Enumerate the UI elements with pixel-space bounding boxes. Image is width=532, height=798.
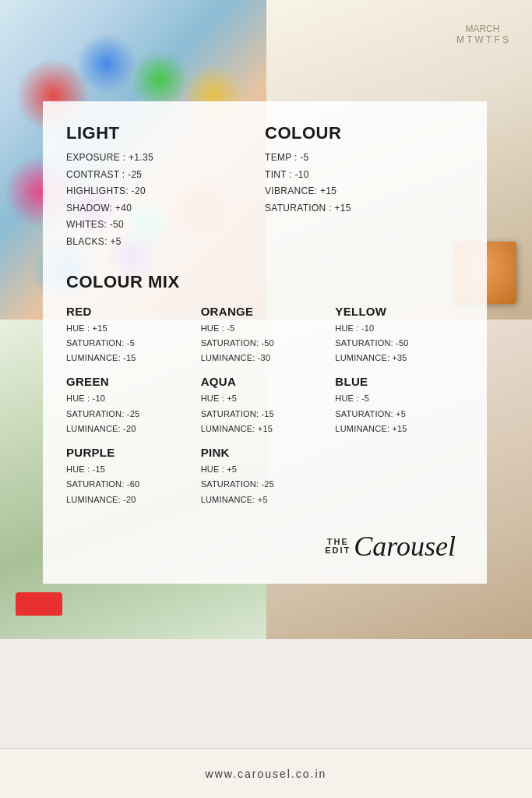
purple-title: PURPLE xyxy=(66,446,195,459)
yellow-settings: HUE : -10 SATURATION: -50 LUMINANCE: +35 xyxy=(335,321,463,366)
aqua-settings: HUE : +5 SATURATION: -15 LUMINANCE: +15 xyxy=(201,391,329,436)
light-blacks: BLACKS: +5 xyxy=(66,234,265,251)
color-yellow: YELLOW HUE : -10 SATURATION: -50 LUMINAN… xyxy=(335,305,463,366)
colour-title: COLOUR xyxy=(265,123,463,143)
orange-title: ORANGE xyxy=(201,305,329,318)
pink-settings: HUE : +5 SATURATION: -25 LUMINANCE: +5 xyxy=(201,462,329,507)
colour-tint: TINT : -10 xyxy=(265,167,463,184)
color-pink: PINK HUE : +5 SATURATION: -25 LUMINANCE:… xyxy=(201,446,329,507)
red-title: RED xyxy=(66,305,195,318)
yellow-title: YELLOW xyxy=(335,305,463,318)
light-section: LIGHT EXPOSURE : +1.35 CONTRAST : -25 HI… xyxy=(66,123,265,251)
green-title: GREEN xyxy=(66,375,195,388)
colour-vibrance: VIBRANCE: +15 xyxy=(265,183,463,200)
colour-mix-grid: RED HUE : +15 SATURATION: -5 LUMINANCE: … xyxy=(66,305,463,560)
red-settings: HUE : +15 SATURATION: -5 LUMINANCE: -15 xyxy=(66,321,195,366)
light-settings: EXPOSURE : +1.35 CONTRAST : -25 HIGHLIGH… xyxy=(66,150,265,251)
colour-settings: TEMP : -5 TINT : -10 VIBRANCE: +15 SATUR… xyxy=(265,150,463,217)
colour-mix-title: COLOUR MIX xyxy=(66,272,463,292)
aqua-title: AQUA xyxy=(201,375,329,388)
brand-carousel: Carousel xyxy=(354,532,456,560)
footer-url: www.carousel.co.in xyxy=(206,768,327,780)
color-blue: BLUE HUE : -5 SATURATION: +5 LUMINANCE: … xyxy=(335,375,463,436)
section-divider xyxy=(66,263,463,264)
colour-saturation: SATURATION : +15 xyxy=(265,200,463,217)
brand-edit: EDIT xyxy=(325,546,351,555)
footer: www.carousel.co.in xyxy=(0,748,532,798)
green-settings: HUE : -10 SATURATION: -25 LUMINANCE: -20 xyxy=(66,391,195,436)
orange-settings: HUE : -5 SATURATION: -50 LUMINANCE: -30 xyxy=(201,321,329,366)
color-orange: ORANGE HUE : -5 SATURATION: -50 LUMINANC… xyxy=(201,305,329,366)
colour-section: COLOUR TEMP : -5 TINT : -10 VIBRANCE: +1… xyxy=(265,123,463,251)
colour-temp: TEMP : -5 xyxy=(265,150,463,167)
light-highlights: HIGHLIGHTS: -20 xyxy=(66,183,265,200)
blue-settings: HUE : -5 SATURATION: +5 LUMINANCE: +15 xyxy=(335,391,463,436)
light-whites: WHITES: -50 xyxy=(66,217,265,234)
color-aqua: AQUA HUE : +5 SATURATION: -15 LUMINANCE:… xyxy=(201,375,329,436)
light-colour-grid: LIGHT EXPOSURE : +1.35 CONTRAST : -25 HI… xyxy=(66,123,463,305)
info-card: LIGHT EXPOSURE : +1.35 CONTRAST : -25 HI… xyxy=(43,101,487,584)
pink-title: PINK xyxy=(201,446,329,459)
purple-settings: HUE : -15 SATURATION: -60 LUMINANCE: -20 xyxy=(66,462,195,507)
light-exposure: EXPOSURE : +1.35 xyxy=(66,150,265,167)
light-contrast: CONTRAST : -25 xyxy=(66,167,265,184)
brand-section: THE EDIT Carousel xyxy=(66,532,463,560)
blue-title: BLUE xyxy=(335,375,463,388)
color-red: RED HUE : +15 SATURATION: -5 LUMINANCE: … xyxy=(66,305,195,366)
brand-text-stack: THE EDIT xyxy=(325,538,351,555)
light-shadow: SHADOW: +40 xyxy=(66,200,265,217)
color-purple: PURPLE HUE : -15 SATURATION: -60 LUMINAN… xyxy=(66,446,195,507)
color-green: GREEN HUE : -10 SATURATION: -25 LUMINANC… xyxy=(66,375,195,436)
light-title: LIGHT xyxy=(66,123,265,143)
